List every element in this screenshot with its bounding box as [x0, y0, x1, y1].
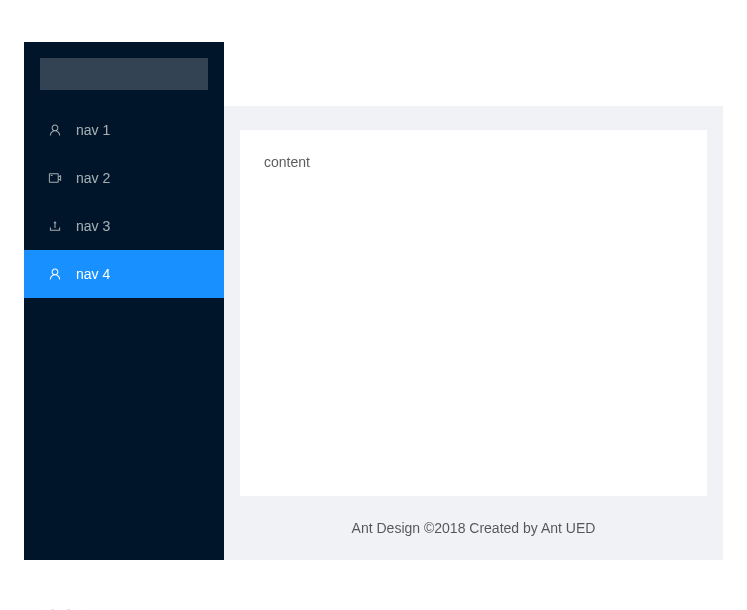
sidebar-item-nav-3[interactable]: nav 3	[24, 202, 224, 250]
logo-placeholder	[40, 58, 208, 90]
main-area: content Ant Design ©2018 Created by Ant …	[224, 42, 723, 560]
user-icon	[48, 267, 62, 281]
sidebar-item-label: nav 2	[76, 154, 110, 202]
layout: nav 1 nav 2 nav 3	[24, 42, 723, 560]
content-wrapper: content	[240, 130, 707, 496]
footer-text: Ant Design ©2018 Created by Ant UED	[352, 520, 596, 536]
sidebar-item-nav-1[interactable]: nav 1	[24, 106, 224, 154]
footer: Ant Design ©2018 Created by Ant UED	[224, 496, 723, 560]
user-icon	[48, 123, 62, 137]
sidebar: nav 1 nav 2 nav 3	[24, 42, 224, 560]
sidebar-item-label: nav 4	[76, 250, 110, 298]
content: content	[240, 130, 707, 496]
content-text: content	[264, 154, 310, 170]
upload-icon	[48, 219, 62, 233]
video-camera-icon	[48, 171, 62, 185]
sidebar-menu: nav 1 nav 2 nav 3	[24, 106, 224, 298]
sidebar-item-label: nav 1	[76, 106, 110, 154]
sidebar-item-nav-2[interactable]: nav 2	[24, 154, 224, 202]
sidebar-item-label: nav 3	[76, 202, 110, 250]
sidebar-item-nav-4[interactable]: nav 4	[24, 250, 224, 298]
header	[224, 42, 723, 106]
